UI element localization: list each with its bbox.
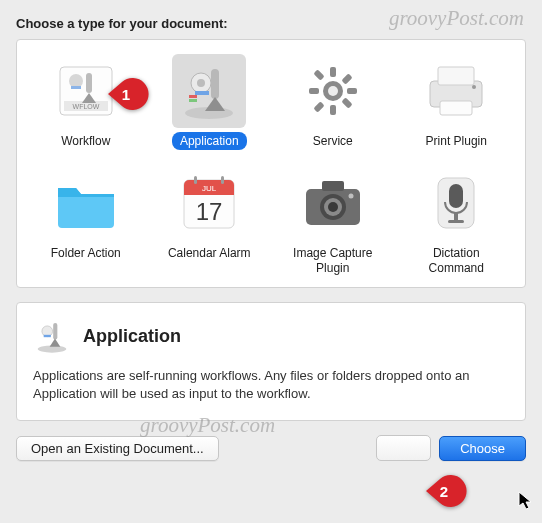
svg-rect-27 bbox=[440, 101, 472, 115]
folder-icon bbox=[49, 166, 123, 240]
document-type-grid: WFLOW Workflow bbox=[16, 39, 526, 288]
type-label: Workflow bbox=[53, 132, 118, 150]
type-dictation-command[interactable]: Dictation Command bbox=[398, 166, 516, 277]
svg-rect-22 bbox=[341, 97, 352, 108]
svg-rect-21 bbox=[313, 69, 324, 80]
svg-rect-20 bbox=[347, 88, 357, 94]
type-folder-action[interactable]: Folder Action bbox=[27, 166, 145, 277]
svg-rect-10 bbox=[211, 69, 219, 99]
type-image-capture-plugin[interactable]: Image Capture Plugin bbox=[274, 166, 392, 277]
svg-rect-23 bbox=[341, 73, 352, 84]
svg-rect-48 bbox=[53, 323, 57, 340]
type-label: Folder Action bbox=[43, 244, 129, 262]
svg-rect-17 bbox=[330, 67, 336, 77]
cursor-icon bbox=[518, 491, 534, 511]
svg-text:17: 17 bbox=[196, 198, 223, 225]
service-icon bbox=[296, 54, 370, 128]
svg-point-40 bbox=[328, 202, 338, 212]
type-label: Application bbox=[172, 132, 247, 150]
choose-button[interactable]: Choose bbox=[439, 436, 526, 461]
svg-text:WFLOW: WFLOW bbox=[72, 103, 99, 110]
svg-rect-13 bbox=[189, 95, 197, 98]
info-description: Applications are self-running workflows.… bbox=[33, 367, 509, 402]
type-service[interactable]: Service bbox=[274, 54, 392, 150]
close-button[interactable] bbox=[376, 435, 431, 461]
svg-point-16 bbox=[328, 86, 338, 96]
type-label: Calendar Alarm bbox=[160, 244, 259, 262]
svg-rect-6 bbox=[71, 86, 81, 89]
svg-rect-50 bbox=[44, 335, 51, 337]
svg-rect-44 bbox=[454, 213, 458, 221]
svg-rect-4 bbox=[86, 73, 92, 93]
callout-2: 2 bbox=[426, 473, 462, 509]
svg-rect-14 bbox=[189, 99, 197, 102]
svg-point-41 bbox=[348, 194, 353, 199]
svg-rect-19 bbox=[309, 88, 319, 94]
application-icon bbox=[172, 54, 246, 128]
svg-rect-34 bbox=[194, 176, 197, 184]
camera-icon bbox=[296, 166, 370, 240]
svg-rect-18 bbox=[330, 105, 336, 115]
svg-marker-11 bbox=[205, 97, 225, 111]
type-print-plugin[interactable]: Print Plugin bbox=[398, 54, 516, 150]
svg-point-9 bbox=[197, 79, 205, 87]
svg-rect-37 bbox=[322, 181, 344, 191]
svg-rect-45 bbox=[448, 220, 464, 223]
svg-point-3 bbox=[69, 74, 83, 88]
svg-rect-24 bbox=[313, 101, 324, 112]
type-application[interactable]: Application bbox=[151, 54, 269, 150]
svg-text:JUL: JUL bbox=[202, 184, 217, 193]
type-label: Service bbox=[305, 132, 361, 150]
svg-rect-12 bbox=[195, 91, 209, 95]
svg-rect-26 bbox=[438, 67, 474, 85]
printer-icon bbox=[419, 54, 493, 128]
svg-rect-35 bbox=[221, 176, 224, 184]
type-description-box: Application Applications are self-runnin… bbox=[16, 302, 526, 421]
application-icon bbox=[33, 317, 71, 355]
info-title: Application bbox=[83, 326, 181, 347]
open-existing-button[interactable]: Open an Existing Document... bbox=[16, 436, 219, 461]
type-label: Image Capture Plugin bbox=[285, 244, 380, 277]
svg-point-28 bbox=[472, 85, 476, 89]
calendar-icon: JUL 17 bbox=[172, 166, 246, 240]
footer: Open an Existing Document... Choose bbox=[16, 435, 526, 461]
svg-rect-43 bbox=[449, 184, 463, 208]
microphone-icon bbox=[419, 166, 493, 240]
type-calendar-alarm[interactable]: JUL 17 Calendar Alarm bbox=[151, 166, 269, 277]
type-label: Print Plugin bbox=[418, 132, 495, 150]
type-workflow[interactable]: WFLOW Workflow bbox=[27, 54, 145, 150]
workflow-icon: WFLOW bbox=[49, 54, 123, 128]
type-label: Dictation Command bbox=[421, 244, 492, 277]
choose-type-heading: Choose a type for your document: bbox=[16, 16, 526, 31]
svg-marker-49 bbox=[50, 339, 61, 347]
